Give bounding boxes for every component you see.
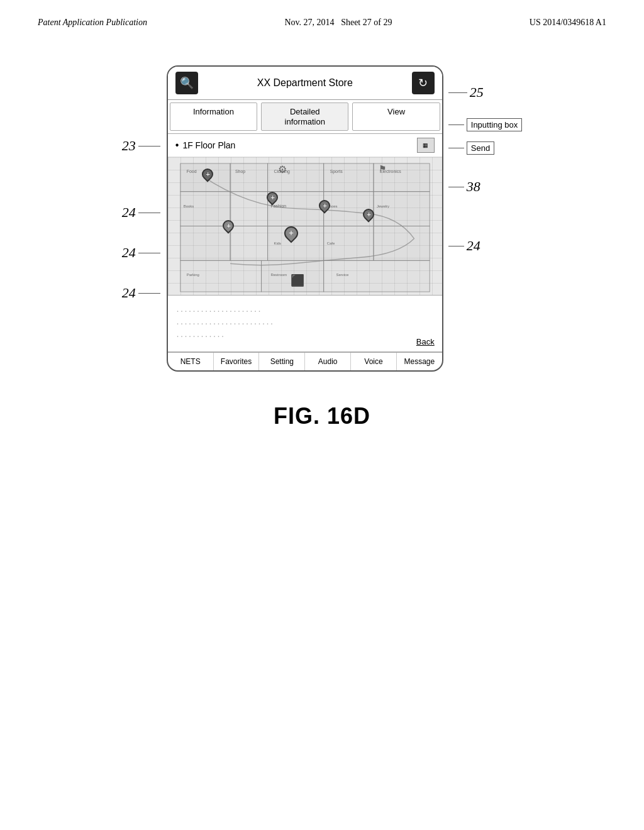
app-title: XX Department Store	[198, 77, 412, 89]
map-icon-3: ⬛	[291, 274, 304, 287]
patent-header: Patent Application Publication Nov. 27, …	[0, 0, 644, 34]
tab-view[interactable]: View	[352, 102, 440, 131]
tabs-row: Information Detailedinformation View	[168, 100, 442, 134]
left-labels: 23 24 24 24	[122, 65, 167, 301]
sheet-info: Sheet 27 of 29	[341, 18, 392, 27]
map-pin-2[interactable]: +	[265, 192, 279, 209]
ref-25-container: 25	[448, 84, 522, 101]
ref-23-label: 23	[122, 138, 136, 154]
svg-text:Restroom: Restroom	[270, 273, 287, 277]
ref-25-label: 25	[470, 84, 484, 101]
phone-area: 23 24 24 24 🔍	[38, 65, 606, 372]
figure-caption: FIG. 16D	[274, 403, 370, 429]
svg-rect-3	[323, 163, 373, 192]
floor-icon[interactable]: ▦	[417, 138, 435, 153]
svg-rect-2	[267, 163, 323, 192]
ref-24-label-2: 24	[122, 245, 136, 261]
nav-voice[interactable]: Voice	[351, 353, 397, 370]
svg-text:Service: Service	[336, 273, 348, 277]
info-area: ..................... ..................…	[168, 296, 442, 352]
patent-header-center: Nov. 27, 2014 Sheet 27 of 29	[284, 18, 392, 28]
svg-rect-9	[374, 192, 430, 226]
floor-plan-text: 1F Floor Plan	[182, 140, 235, 150]
ref-38-label: 38	[467, 179, 480, 195]
dots-line-3: ............	[177, 329, 433, 340]
back-button[interactable]: Back	[416, 337, 435, 346]
svg-text:Kids: Kids	[274, 242, 281, 246]
nav-message[interactable]: Message	[397, 353, 442, 370]
bullet-icon: •	[175, 140, 179, 151]
map-pin-3[interactable]: +	[318, 200, 331, 218]
map-pin-4[interactable]: +	[362, 209, 375, 226]
tab-detailed-information[interactable]: Detailedinformation	[261, 102, 348, 131]
ref-24-label-1: 24	[122, 204, 136, 221]
send-label: Send	[467, 141, 494, 155]
map-pin-1[interactable]: +	[201, 169, 214, 186]
svg-rect-6	[230, 192, 267, 226]
nav-audio[interactable]: Audio	[305, 353, 351, 370]
svg-text:Jewelry: Jewelry	[377, 204, 389, 208]
ref-24-right-container: 24	[448, 238, 522, 254]
floor-plan-left: • 1F Floor Plan	[175, 140, 236, 151]
map-icon-2: ⚑	[379, 163, 387, 174]
dots-line-1: .....................	[177, 304, 433, 314]
svg-text:Shop: Shop	[235, 169, 245, 174]
svg-rect-1	[230, 163, 267, 192]
dots-line-2: ........................	[177, 317, 433, 327]
right-annotations: 25 Inputting box Send 38 24	[443, 65, 522, 254]
bottom-nav: NETS Favorites Setting Audio Voice Messa…	[168, 352, 442, 370]
nav-setting[interactable]: Setting	[259, 353, 305, 370]
map-area[interactable]: Food Shop Clothing Sports Electronics Bo…	[168, 157, 442, 296]
map-pin-5[interactable]: +	[284, 226, 298, 244]
publication-date: Nov. 27, 2014	[284, 18, 334, 27]
map-pin-6[interactable]: +	[221, 220, 235, 238]
ref-24-label-3: 24	[122, 285, 136, 301]
map-icon-1: ⚙	[278, 163, 287, 175]
patent-number: US 2014/0349618 A1	[530, 18, 606, 28]
svg-text:Cafe: Cafe	[326, 242, 335, 246]
ref-24-label-right: 24	[467, 238, 480, 254]
send-annotation: Send	[448, 141, 522, 155]
patent-header-left: Patent Application Publication	[38, 18, 147, 28]
svg-text:Parking: Parking	[186, 273, 199, 277]
svg-text:Food: Food	[186, 169, 196, 174]
app-header: 🔍 XX Department Store ↻	[168, 67, 442, 100]
ref-38-container: 38	[448, 179, 522, 195]
main-content: 23 24 24 24 🔍	[0, 34, 644, 442]
nav-nets[interactable]: NETS	[168, 353, 214, 370]
tab-information[interactable]: Information	[170, 102, 257, 131]
nav-favorites[interactable]: Favorites	[214, 353, 260, 370]
svg-rect-14	[374, 226, 430, 261]
refresh-icon[interactable]: ↻	[412, 72, 435, 94]
floor-plan-label-row: • 1F Floor Plan ▦	[168, 134, 442, 157]
phone-mockup: 🔍 XX Department Store ↻ Information Deta…	[167, 65, 443, 372]
svg-text:Books: Books	[184, 204, 194, 208]
svg-text:Sports: Sports	[330, 169, 343, 174]
inputting-box-label: Inputting box	[467, 118, 522, 131]
svg-rect-11	[230, 226, 267, 261]
search-icon[interactable]: 🔍	[175, 72, 198, 94]
inputting-box-annotation: Inputting box	[448, 118, 522, 131]
